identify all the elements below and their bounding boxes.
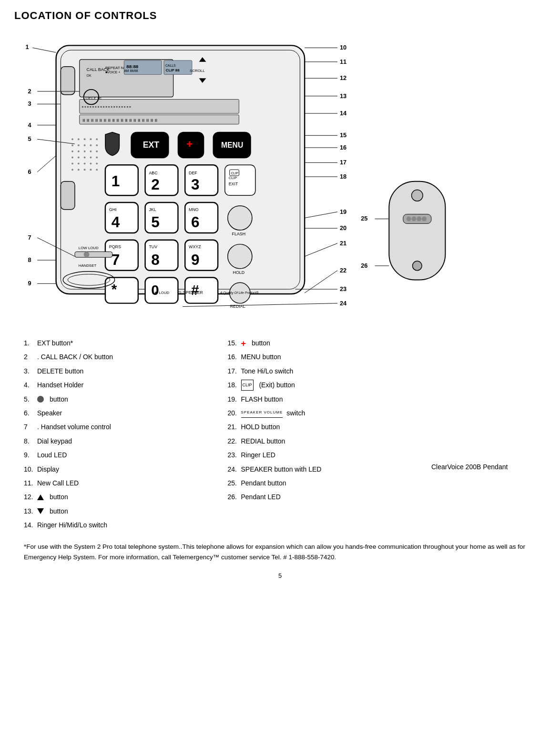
svg-text:HANDSET: HANDSET (79, 263, 97, 268)
svg-rect-58 (105, 165, 138, 195)
svg-text:2: 2 (28, 88, 31, 95)
svg-point-163 (407, 217, 411, 222)
svg-point-23 (78, 138, 80, 140)
svg-text:7: 7 (28, 234, 31, 241)
svg-point-25 (90, 138, 92, 140)
svg-point-164 (412, 217, 417, 222)
legend-item-2: 2 . CALL BACK / OK button (24, 350, 228, 364)
svg-rect-63 (185, 165, 218, 195)
svg-line-122 (37, 156, 56, 172)
svg-rect-93 (105, 278, 138, 303)
svg-point-38 (78, 157, 80, 159)
svg-point-27 (71, 144, 73, 146)
svg-text:25: 25 (361, 215, 367, 222)
svg-text:6: 6 (191, 213, 200, 231)
svg-text:GHI: GHI (109, 207, 117, 212)
legend-item-13: 13. button (24, 504, 228, 518)
svg-text:21: 21 (340, 240, 346, 247)
clip-icon: CLIP (241, 380, 254, 391)
svg-text:15: 15 (340, 131, 346, 139)
legend-item-23: 23. Ringer LED (228, 448, 432, 462)
page-number: 5 (14, 572, 546, 579)
svg-point-24 (84, 138, 86, 140)
svg-text:JKL: JKL (149, 207, 156, 212)
svg-rect-66 (225, 165, 255, 195)
svg-point-34 (84, 151, 86, 152)
svg-text:CLIP 88: CLIP 88 (166, 68, 180, 72)
legend-item-12: 12. button (24, 490, 228, 504)
svg-text:■■■■■■■■■■■■■■■■■■■: ■■■■■■■■■■■■■■■■■■■ (82, 105, 132, 108)
svg-text:MNO: MNO (189, 207, 199, 212)
svg-text:EXT: EXT (143, 140, 160, 150)
svg-text:■VOICE +: ■VOICE + (105, 71, 120, 74)
svg-rect-111 (61, 181, 75, 210)
plus-red-icon: + (241, 339, 246, 348)
svg-text:18: 18 (340, 173, 346, 180)
legend-item-16: 16. MENU button (228, 350, 432, 364)
svg-line-112 (32, 48, 56, 52)
legend-item-3: 3. DELETE button (24, 364, 228, 378)
svg-rect-102 (75, 252, 112, 257)
triangle-down-icon (37, 508, 44, 514)
legend-item-10: 10. Display (24, 463, 228, 476)
svg-point-31 (96, 144, 98, 146)
svg-text:9: 9 (28, 280, 31, 287)
svg-text:ABC: ABC (149, 171, 158, 175)
legend-item-19: 19. FLASH button (228, 393, 432, 406)
legend-item-17: 17. Tone Hi/Lo switch (228, 364, 432, 378)
svg-point-43 (78, 162, 80, 164)
svg-point-80 (228, 206, 252, 230)
svg-text:88:88: 88:88 (126, 64, 139, 69)
legend-col-2: 15. + button 16. MENU button 17. Tone Hi… (228, 336, 432, 532)
legend-item-8: 8. Dial keypad (24, 434, 228, 448)
svg-text:EXIT: EXIT (229, 181, 238, 186)
svg-text:11: 11 (340, 58, 346, 65)
svg-text:5: 5 (28, 135, 31, 142)
svg-text:REDIAL: REDIAL (230, 304, 245, 309)
circle-icon-5 (37, 396, 44, 403)
svg-text:MENU: MENU (221, 141, 243, 149)
svg-point-45 (90, 162, 92, 164)
svg-text:9: 9 (191, 251, 200, 268)
svg-text:A Quality Of Life Product®: A Quality Of Life Product® (220, 291, 259, 295)
svg-point-166 (422, 217, 427, 222)
svg-text:2: 2 (151, 176, 160, 193)
legend-col-3: ClearVoice 200B Pendant (431, 336, 536, 532)
svg-point-42 (71, 162, 73, 164)
svg-point-32 (71, 151, 73, 152)
svg-text:SCROLL: SCROLL (190, 69, 205, 73)
svg-text:4: 4 (112, 213, 120, 231)
diagram-area: CALL BACK OK REPEAT NEW ■VOICE + 88:88 A… (14, 27, 546, 322)
svg-line-148 (305, 212, 337, 218)
svg-point-29 (84, 144, 86, 146)
page-title: LOCATION OF CONTROLS (14, 10, 546, 22)
legend-item-21: 21. HOLD button (228, 420, 432, 434)
legend-item-22: 22. REDIAL button (228, 434, 432, 448)
svg-text:⊙ SPEAKER: ⊙ SPEAKER (178, 290, 203, 295)
svg-text:8: 8 (28, 256, 31, 263)
svg-point-161 (412, 190, 423, 201)
svg-point-41 (96, 157, 98, 159)
legend-item-26: 26. Pendant LED (228, 490, 432, 504)
svg-text:12: 12 (340, 74, 346, 81)
svg-text:CALLS: CALLS (165, 64, 176, 67)
svg-text:1: 1 (112, 172, 120, 190)
svg-text:▐▌▐▌▐▌▐▌▐▌▐▌▐▌▐▌▐▌▐▌▐▌▐▌▐▌▐▌▐▌: ▐▌▐▌▐▌▐▌▐▌▐▌▐▌▐▌▐▌▐▌▐▌▐▌▐▌▐▌▐▌▐▌▐▌▐▌ (82, 119, 159, 122)
svg-text:OK: OK (87, 74, 92, 77)
svg-text:TUV: TUV (149, 244, 157, 249)
svg-text:DEF: DEF (189, 171, 197, 175)
svg-point-28 (78, 144, 80, 146)
svg-point-33 (78, 151, 80, 152)
svg-point-30 (90, 144, 92, 146)
legend-item-18: 18. CLIP (Exit) button (228, 378, 432, 392)
legend-item-6: 6. Speaker (24, 406, 228, 420)
svg-line-154 (305, 271, 337, 293)
svg-point-44 (84, 162, 86, 164)
legend-item-14: 14. Ringer Hi/Mid/Lo switch (24, 518, 228, 532)
svg-text:PQRS: PQRS (109, 244, 121, 249)
svg-point-40 (90, 157, 92, 159)
svg-text:17: 17 (340, 159, 346, 166)
legend-item-1: 1. EXT button* (24, 336, 228, 350)
svg-text:13: 13 (340, 92, 346, 100)
svg-point-167 (413, 261, 422, 271)
